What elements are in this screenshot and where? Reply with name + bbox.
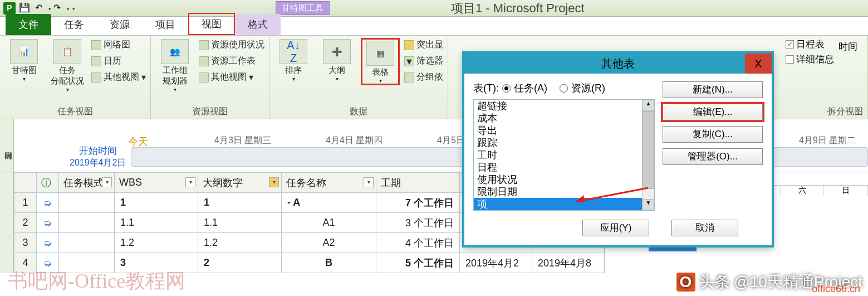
btn-new[interactable]: 新建(N)... (663, 81, 763, 98)
list-item[interactable]: 日程 (474, 161, 654, 173)
res-sheet-icon (199, 56, 209, 66)
btn-gantt-chart[interactable]: 📊 甘特图▾ (4, 38, 43, 82)
scroll-up-icon[interactable]: ▲ (643, 100, 654, 111)
tab-format[interactable]: 格式 (235, 14, 281, 35)
task-mode-icon: ➭ (43, 197, 52, 208)
tab-view[interactable]: 视图 (188, 13, 235, 35)
svg-marker-1 (576, 195, 585, 202)
table-type-selector: 表(T): 任务(A) 资源(R) (473, 81, 655, 95)
btn-outline[interactable]: ➕ 大纲▾ (317, 38, 356, 82)
btn-network-diagram[interactable]: 网络图 (91, 38, 146, 52)
radio-resource[interactable] (560, 84, 568, 93)
timeline-day-2: 4月4日 星期四 (326, 135, 382, 147)
btn-group[interactable]: 分组依 (404, 70, 443, 84)
ribbon-tabs: 文件 任务 资源 项目 视图 格式 (0, 17, 868, 36)
dialog-close-button[interactable]: X (745, 54, 772, 74)
app-logo[interactable]: P (3, 2, 16, 14)
btn-other-views[interactable]: 其他视图 ▾ (91, 70, 146, 84)
task-mode-icon: ➭ (43, 237, 52, 249)
tab-file[interactable]: 文件 (6, 14, 51, 35)
btn-cancel[interactable]: 取消 (671, 220, 738, 236)
calendar-icon (91, 56, 101, 66)
checkbox-icon (786, 55, 794, 64)
qat-undo-icon[interactable]: ↶ (35, 2, 47, 14)
qat-customize-icon[interactable]: ▾ (72, 6, 75, 12)
group-label-data: 数据 (274, 105, 443, 119)
label-table: 表(T): (473, 81, 499, 95)
tab-resource[interactable]: 资源 (97, 14, 143, 35)
radio-task[interactable] (502, 84, 511, 93)
watermark-left: 书吧网-Office教程网 (8, 268, 185, 295)
group-resource-views: 👥 工作组 规划器▾ 资源使用状况 资源工作表 其他视图 ▾ 资源视图 (151, 36, 269, 119)
info-icon: ⓘ (41, 177, 51, 188)
group-label-resource-views: 资源视图 (155, 105, 264, 119)
chk-details[interactable]: 详细信息 (786, 53, 834, 66)
highlight-icon (404, 40, 414, 50)
col-wbs[interactable]: WBS▾ (115, 173, 198, 193)
btn-calendar[interactable]: 日历 (91, 54, 146, 68)
group-data: A↓Z 排序▾ ➕ 大纲▾ ▦ 表格▾ 突出显 ▼筛选器 分组依 数据 (269, 36, 448, 119)
list-item[interactable]: 使用状况 (474, 173, 654, 186)
btn-organizer[interactable]: 管理器(O)... (663, 148, 763, 165)
btn-edit[interactable]: 编辑(E)... (663, 104, 763, 120)
btn-task-usage[interactable]: 📋 任务 分配状况▾ (48, 38, 87, 93)
team-planner-icon: 👥 (161, 39, 189, 64)
tab-task[interactable]: 任务 (51, 14, 97, 35)
list-item[interactable]: 成本 (474, 112, 654, 124)
list-item[interactable]: 工时 (474, 149, 654, 161)
list-item[interactable]: 导出 (474, 124, 654, 137)
btn-sort[interactable]: A↓Z 排序▾ (274, 38, 313, 82)
col-task-mode[interactable]: 任务模式▾ (59, 173, 115, 193)
dropdown-icon[interactable]: ▾ (185, 177, 195, 187)
group-label-task-views: 任务视图 (4, 105, 146, 119)
list-item[interactable]: 超链接 (474, 100, 654, 112)
btn-tables[interactable]: ▦ 表格▾ (361, 38, 400, 85)
list-item[interactable]: 跟踪 (474, 137, 654, 149)
col-task-name[interactable]: 任务名称▾ (282, 173, 376, 193)
dropdown-icon[interactable]: ▾ (364, 177, 374, 187)
start-time-label: 开始时间 2019年4月2日 (70, 144, 126, 169)
btn-resource-usage[interactable]: 资源使用状况 (199, 38, 264, 52)
gantt-icon: 📊 (10, 39, 38, 64)
tab-project[interactable]: 项目 (143, 14, 188, 35)
col-rownum[interactable] (14, 173, 37, 193)
other-views-icon (91, 72, 101, 83)
watermark-url: office66.cn (812, 283, 860, 295)
btn-apply[interactable]: 应用(Y) (582, 220, 649, 236)
svg-line-0 (576, 188, 648, 202)
dropdown-icon[interactable]: ▾ (269, 177, 279, 187)
task-usage-icon: 📋 (53, 39, 81, 64)
group-icon (404, 72, 414, 83)
col-info[interactable]: ⓘ (37, 173, 59, 193)
col-duration[interactable]: 工期 (376, 173, 460, 193)
window-title: 项目1 - Microsoft Project (451, 0, 585, 17)
btn-copy[interactable]: 复制(C)... (663, 126, 763, 143)
checkbox-icon (786, 40, 794, 48)
group-task-views: 📊 甘特图▾ 📋 任务 分配状况▾ 网络图 日历 其他视图 ▾ 任务视图 (0, 36, 151, 119)
sort-icon: A↓Z (279, 39, 307, 64)
annotation-arrow (570, 185, 654, 207)
contextual-tab-label: 甘特图工具 (276, 1, 330, 15)
quick-access-toolbar: P 💾 ↶▾ ↷▾ ▾ (3, 2, 75, 14)
task-mode-icon: ➭ (43, 217, 52, 229)
timeline-day-1: 4月3日 星期三 (214, 135, 271, 147)
timeline-side-label: 时间表 (0, 119, 14, 172)
dropdown-icon[interactable]: ▾ (102, 177, 112, 187)
today-marker: 今天 (128, 135, 148, 148)
btn-other-views-2[interactable]: 其他视图 ▾ (199, 70, 264, 84)
btn-filter[interactable]: ▼筛选器 (404, 54, 443, 68)
chk-timeline[interactable]: 日程表 (786, 38, 834, 51)
btn-resource-sheet[interactable]: 资源工作表 (199, 54, 264, 68)
btn-highlight[interactable]: 突出显 (404, 38, 443, 52)
col-outline-number[interactable]: 大纲数字▾ (198, 173, 282, 193)
qat-redo-icon[interactable]: ↷ (53, 2, 66, 14)
list-item[interactable]: 延迟 (474, 210, 654, 211)
dialog-title: 其他表 (601, 56, 635, 71)
network-icon (91, 40, 101, 50)
btn-team-planner[interactable]: 👥 工作组 规划器▾ (155, 38, 194, 93)
tables-icon: ▦ (366, 41, 394, 66)
dialog-title-bar[interactable]: 其他表 X (464, 54, 772, 74)
grid-side-strip (0, 172, 14, 273)
scroll-thumb[interactable] (642, 111, 654, 189)
qat-save-icon[interactable]: 💾 (19, 2, 31, 14)
